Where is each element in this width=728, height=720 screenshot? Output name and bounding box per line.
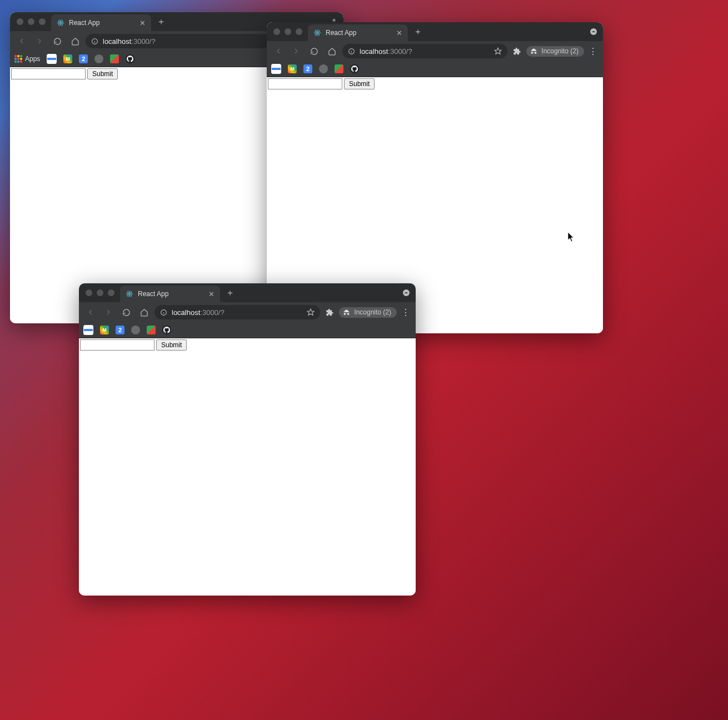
forward-button[interactable]	[32, 34, 47, 48]
bookmark-grey[interactable]	[131, 326, 140, 334]
text-input[interactable]	[268, 78, 342, 89]
maps-icon	[110, 54, 119, 63]
minimize-window-button[interactable]	[28, 18, 34, 25]
bookmark-maps[interactable]	[110, 54, 119, 63]
traffic-lights	[273, 28, 302, 35]
svg-marker-25	[495, 48, 501, 54]
minimize-window-button[interactable]	[97, 289, 103, 296]
bookmark-github[interactable]	[126, 54, 134, 63]
back-button[interactable]	[83, 305, 98, 319]
maximize-window-button[interactable]	[296, 28, 302, 35]
text-input[interactable]	[80, 339, 154, 351]
submit-button[interactable]: Submit	[344, 78, 375, 89]
close-window-button[interactable]	[17, 18, 23, 25]
bookmark-blue[interactable]: 2	[79, 54, 88, 63]
back-button[interactable]	[14, 34, 29, 48]
bookmark-gmail[interactable]: M	[63, 54, 72, 63]
home-button[interactable]	[137, 305, 151, 319]
extensions-button[interactable]	[511, 47, 523, 56]
blue-square-icon: 2	[116, 326, 124, 334]
grey-circle-icon	[94, 54, 103, 63]
bookmark-maps[interactable]	[147, 326, 156, 334]
apps-grid-icon	[14, 55, 22, 63]
titlebar: React App ✕ ＋	[267, 22, 603, 41]
gmail-icon: M	[63, 54, 72, 63]
react-favicon-icon	[313, 29, 321, 37]
back-button[interactable]	[271, 44, 286, 58]
bookmark-github[interactable]	[350, 64, 359, 73]
bookmark-calendar[interactable]	[271, 64, 281, 74]
maximize-window-button[interactable]	[39, 18, 46, 25]
browser-tab[interactable]: React App ✕	[308, 24, 408, 41]
new-tab-button[interactable]: ＋	[226, 287, 235, 299]
maps-icon	[335, 64, 343, 73]
home-button[interactable]	[68, 34, 82, 48]
browser-tab[interactable]: React App ✕	[51, 14, 151, 31]
address-bar[interactable]: localhost:3000/?	[342, 44, 507, 58]
menu-button[interactable]: ⋮	[587, 46, 599, 57]
reload-button[interactable]	[50, 34, 64, 48]
url-text: localhost:3000/?	[360, 47, 412, 56]
blue-square-icon: 2	[303, 64, 312, 73]
bookmark-gmail[interactable]: M	[288, 64, 297, 73]
close-window-button[interactable]	[86, 289, 92, 296]
incognito-badge[interactable]: Incognito (2)	[526, 46, 584, 57]
close-window-button[interactable]	[273, 28, 280, 35]
incognito-badge[interactable]: Incognito (2)	[339, 307, 397, 318]
url-text: localhost:3000/?	[172, 308, 225, 317]
incognito-indicator-icon[interactable]	[401, 288, 411, 298]
blue-square-icon: 2	[79, 54, 88, 63]
grey-circle-icon	[319, 64, 328, 73]
submit-button[interactable]: Submit	[156, 339, 187, 351]
react-favicon-icon	[126, 290, 133, 298]
forward-button[interactable]	[289, 44, 303, 58]
incognito-indicator-icon[interactable]	[589, 27, 599, 37]
menu-button[interactable]: ⋮	[400, 307, 411, 318]
bookmark-apps[interactable]: Apps	[14, 55, 40, 63]
tab-title: React App	[326, 29, 392, 37]
bookmark-blue[interactable]: 2	[116, 326, 124, 334]
minimize-window-button[interactable]	[285, 28, 291, 35]
site-info-icon[interactable]	[348, 48, 355, 55]
toolbar: localhost:3000/? Incognito (2) ⋮	[79, 302, 416, 322]
address-bar[interactable]: localhost:3000/?	[154, 305, 320, 319]
tab-close-icon[interactable]: ✕	[396, 29, 402, 37]
browser-window-3: React App ✕ ＋	[79, 283, 416, 596]
tab-close-icon[interactable]: ✕	[208, 290, 215, 298]
maximize-window-button[interactable]	[108, 289, 114, 296]
bookmark-grey[interactable]	[94, 54, 103, 63]
svg-point-17	[317, 32, 318, 33]
forward-button[interactable]	[101, 305, 116, 319]
bookmark-github[interactable]	[162, 326, 171, 334]
github-icon	[162, 326, 171, 334]
svg-point-26	[129, 293, 130, 294]
bookmark-calendar[interactable]	[83, 325, 93, 335]
reload-button[interactable]	[119, 305, 133, 319]
site-info-icon[interactable]	[160, 309, 167, 316]
mouse-cursor-icon	[568, 232, 575, 242]
text-input[interactable]	[11, 68, 86, 79]
tab-close-icon[interactable]: ✕	[139, 19, 146, 27]
page-content: Submit	[79, 338, 416, 596]
home-button[interactable]	[325, 44, 339, 58]
extensions-button[interactable]	[323, 308, 336, 317]
bookmark-star-icon[interactable]	[307, 308, 315, 316]
bookmark-gmail[interactable]: M	[100, 326, 109, 334]
new-tab-button[interactable]: ＋	[157, 16, 166, 28]
reload-button[interactable]	[307, 44, 321, 58]
new-tab-button[interactable]: ＋	[413, 26, 422, 38]
url-text: localhost:3000/?	[103, 37, 156, 46]
calendar-icon	[271, 64, 281, 74]
bookmark-maps[interactable]	[335, 64, 343, 73]
bookmark-calendar[interactable]	[47, 54, 57, 64]
react-favicon-icon	[57, 19, 64, 27]
incognito-label: Incognito (2)	[354, 308, 391, 316]
bookmark-blue[interactable]: 2	[303, 64, 312, 73]
bookmark-grey[interactable]	[319, 64, 328, 73]
site-info-icon[interactable]	[91, 38, 98, 45]
submit-button[interactable]: Submit	[87, 68, 118, 79]
browser-tab[interactable]: React App ✕	[120, 286, 220, 302]
bookmark-star-icon[interactable]	[494, 47, 502, 55]
calendar-icon	[47, 54, 57, 64]
tab-title: React App	[69, 19, 135, 27]
